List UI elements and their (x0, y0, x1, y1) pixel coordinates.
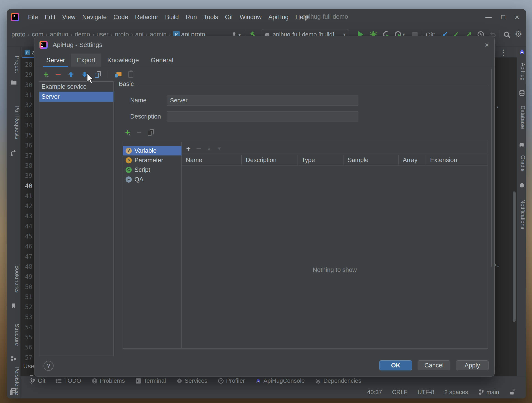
file-encoding[interactable]: UTF-8 (418, 389, 434, 396)
line-number: 45 (20, 231, 34, 241)
remove-row-button[interactable] (196, 148, 201, 149)
menu-item[interactable]: Refactor (133, 12, 161, 22)
layout-widget-icon[interactable] (10, 390, 16, 395)
tabs-separator (34, 67, 494, 67)
table-toolbar: + ▲ ▼ (182, 142, 488, 155)
tab-export[interactable]: Export (71, 54, 101, 67)
line-number: 47 (20, 252, 34, 262)
dialog-scrollbar[interactable] (491, 69, 492, 267)
sidebar-item-apihug[interactable]: ApiHug (517, 58, 526, 85)
menu-item[interactable]: Navigate (80, 12, 109, 22)
category-toolbar: + ▾ (125, 128, 154, 137)
line-number-gutter[interactable]: 2829303132333435363738394041424344454647… (20, 60, 34, 363)
line-separator[interactable]: CRLF (392, 389, 408, 396)
column-header-sample[interactable]: Sample (343, 155, 399, 165)
apihug-icon[interactable] (519, 49, 525, 55)
category-variable[interactable]: V Variable (123, 146, 181, 156)
menu-item[interactable]: View (60, 12, 78, 22)
sidebar-item-notifications[interactable]: Notifications (517, 191, 526, 237)
column-header-extension[interactable]: Extension (426, 155, 488, 165)
git-branch[interactable]: main (478, 389, 499, 396)
cancel-button[interactable]: Cancel (418, 360, 450, 370)
add-service-button[interactable]: + ▾ (44, 70, 49, 79)
row-up-button[interactable]: ▲ (207, 146, 211, 151)
menu-item[interactable]: Edit (42, 12, 58, 22)
sidebar-item-project[interactable]: Project (7, 50, 20, 78)
minimize-button[interactable]: — (485, 13, 492, 21)
list-item-example-service[interactable]: Example service (39, 82, 113, 92)
settings-button[interactable]: ⚙ (515, 29, 522, 39)
column-header-type[interactable]: Type (297, 155, 343, 165)
tab-knowledge[interactable]: Knowledge (101, 54, 145, 67)
column-header-array[interactable]: Array (399, 155, 426, 165)
menu-item[interactable]: Window (237, 12, 264, 22)
tool-tab-apihug-console[interactable]: ApiHugConsole (255, 377, 305, 384)
add-row-button[interactable]: + (186, 145, 190, 152)
tab-general[interactable]: General (145, 54, 179, 67)
menu-item[interactable]: File (25, 12, 41, 22)
sidebar-item-gradle[interactable]: Gradle (517, 151, 526, 177)
add-item-button[interactable]: + ▾ (125, 128, 130, 137)
lock-indicator[interactable] (509, 389, 515, 395)
move-up-button[interactable] (68, 71, 74, 78)
tool-tab-problems[interactable]: Problems (92, 377, 125, 384)
ok-button[interactable]: OK (379, 360, 412, 370)
tool-tab-terminal[interactable]: Terminal (135, 377, 166, 384)
tool-tab-todo[interactable]: TODO (56, 377, 81, 384)
folder-icon[interactable] (11, 79, 17, 86)
window-close-button[interactable]: × (515, 13, 519, 22)
indent-setting[interactable]: 2 spaces (444, 389, 468, 396)
remove-service-button[interactable] (56, 74, 61, 75)
apply-button[interactable]: Apply (456, 360, 489, 370)
kebab-menu[interactable]: ⋮ (500, 48, 507, 57)
gradle-icon[interactable] (519, 141, 525, 148)
sidebar-item-bookmarks[interactable]: Bookmarks (7, 256, 20, 302)
menu-item[interactable]: Code (111, 12, 131, 22)
sidebar-item-structure[interactable]: Structure (7, 315, 20, 354)
column-header-name[interactable]: Name (182, 155, 241, 165)
help-button[interactable]: ? (44, 361, 54, 371)
menu-item[interactable]: Build (163, 12, 181, 22)
category-script[interactable]: G Script (123, 165, 181, 175)
dialog-close-button[interactable]: × (485, 41, 489, 49)
copy-button[interactable] (95, 71, 101, 78)
pull-request-icon[interactable] (11, 150, 17, 156)
sidebar-item-database[interactable]: Database (517, 99, 526, 135)
tool-tab-services[interactable]: Services (177, 377, 207, 384)
maximize-button[interactable]: □ (501, 13, 505, 21)
tool-tab-git[interactable]: Git (30, 377, 45, 384)
caret-position[interactable]: 40:37 (367, 389, 382, 396)
menu-item[interactable]: Git (222, 12, 235, 22)
tool-tab-dependencies[interactable]: Dependencies (315, 377, 361, 384)
menu-item[interactable]: Run (183, 12, 199, 22)
remove-item-button[interactable] (137, 132, 141, 133)
list-item-server[interactable]: Server (39, 92, 113, 102)
search-everywhere-button[interactable] (503, 31, 511, 38)
copy-item-button[interactable] (148, 129, 154, 136)
line-number: 36 (20, 140, 34, 151)
tab-server[interactable]: Server (40, 54, 71, 67)
line-number: 48 (20, 262, 34, 272)
column-header-description[interactable]: Description (241, 155, 297, 165)
row-down-button[interactable]: ▼ (217, 146, 222, 151)
sidebar-item-pull-requests[interactable]: Pull Requests (7, 96, 20, 149)
line-number: 46 (20, 241, 34, 252)
line-number: 44 (20, 221, 34, 231)
category-qa[interactable]: ▶ QA (123, 175, 181, 184)
breadcrumb-item[interactable]: proto (11, 31, 25, 38)
menu-item[interactable]: Tools (201, 12, 221, 22)
branch-name: main (486, 389, 499, 396)
name-field[interactable]: Server (167, 95, 358, 106)
database-icon[interactable] (519, 90, 525, 96)
bell-icon[interactable] (519, 182, 525, 189)
tool-tab-profiler[interactable]: Profiler (218, 377, 245, 384)
menu-item[interactable]: ApiHug (266, 12, 291, 22)
ide-window: IJ FileEditViewNavigateCodeRefactorBuild… (7, 9, 526, 398)
bookmark-icon[interactable] (11, 303, 17, 309)
description-field[interactable] (167, 111, 358, 122)
structure-icon[interactable] (11, 355, 17, 361)
editor-scrollbar[interactable] (513, 191, 516, 322)
category-label: Parameter (134, 157, 163, 164)
section-rule (138, 84, 488, 84)
category-parameter[interactable]: p Parameter (123, 156, 181, 165)
